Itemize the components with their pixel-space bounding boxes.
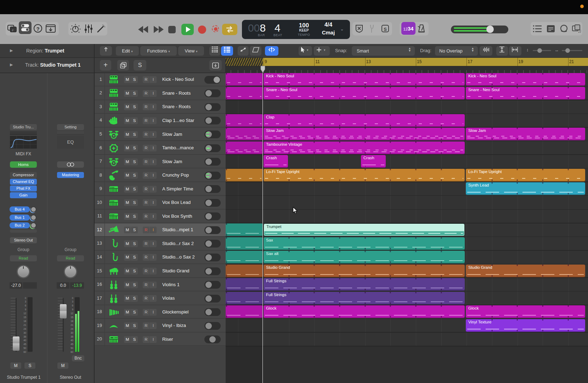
svg-text:♫: ♫	[578, 28, 582, 33]
svg-text:♪: ♪	[12, 28, 14, 32]
